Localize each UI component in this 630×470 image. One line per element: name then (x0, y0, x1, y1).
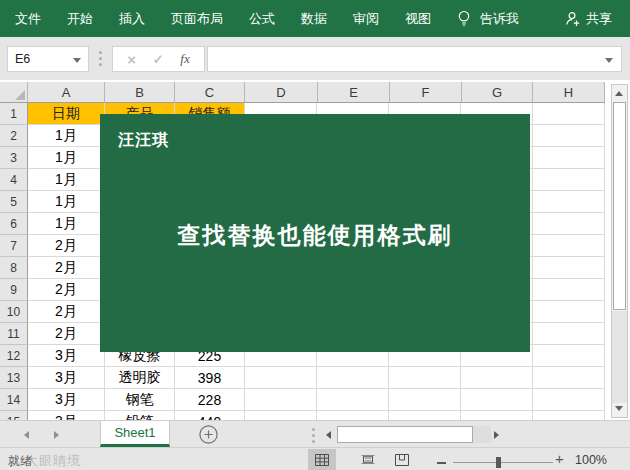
scroll-up-icon[interactable] (615, 91, 623, 96)
column-header-c[interactable]: C (175, 82, 245, 103)
person-plus-icon (565, 11, 581, 27)
cell-header-date[interactable]: 日期 (28, 103, 105, 125)
tab-formulas[interactable]: 公式 (236, 0, 288, 37)
name-box[interactable]: E6 (7, 46, 89, 72)
cell-product[interactable]: 钢笔 (105, 389, 175, 411)
page-break-view-button[interactable] (388, 449, 416, 470)
vertical-scrollbar-track[interactable] (612, 311, 627, 403)
empty-cells[interactable] (245, 367, 605, 389)
cell-month[interactable]: 2月 (28, 323, 105, 345)
vertical-scrollbar-thumb[interactable] (613, 102, 626, 310)
new-sheet-button[interactable] (199, 425, 218, 444)
table-row: 14 3月 钢笔 228 (0, 389, 605, 411)
horizontal-scrollbar-track[interactable] (473, 426, 491, 443)
enter-icon[interactable]: ✓ (153, 53, 164, 66)
previous-sheet-icon[interactable] (24, 431, 29, 439)
cell-sales[interactable]: 228 (175, 389, 245, 411)
tab-review[interactable]: 审阅 (340, 0, 392, 37)
column-header-g[interactable]: G (462, 82, 533, 103)
normal-view-button[interactable] (308, 449, 336, 470)
vertical-scrollbar[interactable] (611, 84, 628, 418)
tab-data[interactable]: 数据 (288, 0, 340, 37)
hscroll-left-icon[interactable] (326, 431, 331, 439)
tell-me-button[interactable]: 告诉我 (457, 10, 519, 28)
zoom-in-button[interactable]: + (555, 450, 564, 467)
tell-me-label: 告诉我 (480, 10, 519, 28)
page-layout-view-button[interactable] (354, 449, 382, 470)
row-number[interactable]: 12 (0, 345, 28, 367)
tab-insert[interactable]: 插入 (106, 0, 158, 37)
row-number[interactable]: 4 (0, 169, 28, 191)
horizontal-scrollbar-thumb[interactable] (337, 426, 473, 443)
row-number[interactable]: 6 (0, 213, 28, 235)
table-row: 15 3月 铅笔 449 (0, 411, 605, 420)
column-header-f[interactable]: F (390, 82, 462, 103)
row-number[interactable]: 9 (0, 279, 28, 301)
row-number[interactable]: 10 (0, 301, 28, 323)
overlay-card[interactable]: 汪汪琪 查找替换也能使用格式刷 (100, 114, 530, 352)
cell-month[interactable]: 2月 (28, 235, 105, 257)
row-number[interactable]: 7 (0, 235, 28, 257)
ribbon-tab-bar: 文件 开始 插入 页面布局 公式 数据 审阅 视图 告诉我 共享 (0, 0, 630, 37)
row-number[interactable]: 8 (0, 257, 28, 279)
tab-file[interactable]: 文件 (0, 0, 54, 37)
row-number[interactable]: 15 (0, 411, 28, 420)
cell-month[interactable]: 3月 (28, 389, 105, 411)
column-header-b[interactable]: B (105, 82, 175, 103)
zoom-out-button[interactable] (437, 462, 446, 464)
zoom-slider-thumb[interactable] (496, 457, 501, 468)
cell-sales[interactable]: 398 (175, 367, 245, 389)
row-number[interactable]: 13 (0, 367, 28, 389)
cell-product[interactable]: 铅笔 (105, 411, 175, 420)
share-button[interactable]: 共享 (565, 10, 612, 28)
lightbulb-icon (457, 10, 471, 28)
row-number[interactable]: 11 (0, 323, 28, 345)
zoom-level[interactable]: 100% (575, 453, 607, 467)
cell-month[interactable]: 3月 (28, 367, 105, 389)
card-title: 查找替换也能使用格式刷 (100, 220, 530, 251)
cell-product[interactable]: 透明胶 (105, 367, 175, 389)
select-all-button[interactable] (0, 82, 28, 103)
row-number[interactable]: 2 (0, 125, 28, 147)
tab-bar-separator-dots[interactable] (312, 434, 315, 437)
insert-function-icon[interactable]: fx (180, 51, 189, 67)
sheet-tab-sheet1[interactable]: Sheet1 (100, 421, 170, 447)
cell-month[interactable]: 1月 (28, 191, 105, 213)
cell-month[interactable]: 1月 (28, 169, 105, 191)
cell-month[interactable]: 1月 (28, 147, 105, 169)
cancel-icon[interactable]: × (127, 52, 136, 67)
cell-month[interactable]: 2月 (28, 257, 105, 279)
column-header-a[interactable]: A (28, 82, 105, 103)
cell-month[interactable]: 3月 (28, 411, 105, 420)
column-header-e[interactable]: E (318, 82, 390, 103)
row-number[interactable]: 1 (0, 103, 28, 125)
column-header-h[interactable]: H (533, 82, 605, 103)
cell-month[interactable]: 1月 (28, 125, 105, 147)
cell-month[interactable]: 2月 (28, 301, 105, 323)
name-box-dropdown-icon[interactable] (73, 58, 81, 63)
column-header-d[interactable]: D (245, 82, 318, 103)
tab-page-layout[interactable]: 页面布局 (158, 0, 236, 37)
page-layout-icon (361, 453, 375, 466)
formula-bar: E6 × ✓ fx (0, 37, 630, 82)
row-number[interactable]: 3 (0, 147, 28, 169)
cell-month[interactable]: 3月 (28, 345, 105, 367)
empty-cells[interactable] (245, 389, 605, 411)
zoom-slider-track[interactable] (453, 462, 553, 463)
formula-buttons: × ✓ fx (112, 46, 205, 72)
formula-input[interactable] (207, 46, 622, 72)
row-number[interactable]: 5 (0, 191, 28, 213)
cell-month[interactable]: 1月 (28, 213, 105, 235)
grid-view-icon (315, 454, 329, 466)
row-number[interactable]: 14 (0, 389, 28, 411)
empty-cells[interactable] (245, 411, 605, 420)
hscroll-right-icon[interactable] (494, 431, 499, 439)
cell-sales[interactable]: 449 (175, 411, 245, 420)
formula-bar-expand-icon[interactable] (605, 58, 613, 63)
tab-home[interactable]: 开始 (54, 0, 106, 37)
scroll-down-icon[interactable] (615, 406, 623, 411)
cell-month[interactable]: 2月 (28, 279, 105, 301)
sheet-tab-label: Sheet1 (114, 425, 155, 440)
tab-view[interactable]: 视图 (392, 0, 444, 37)
next-sheet-icon[interactable] (54, 431, 59, 439)
